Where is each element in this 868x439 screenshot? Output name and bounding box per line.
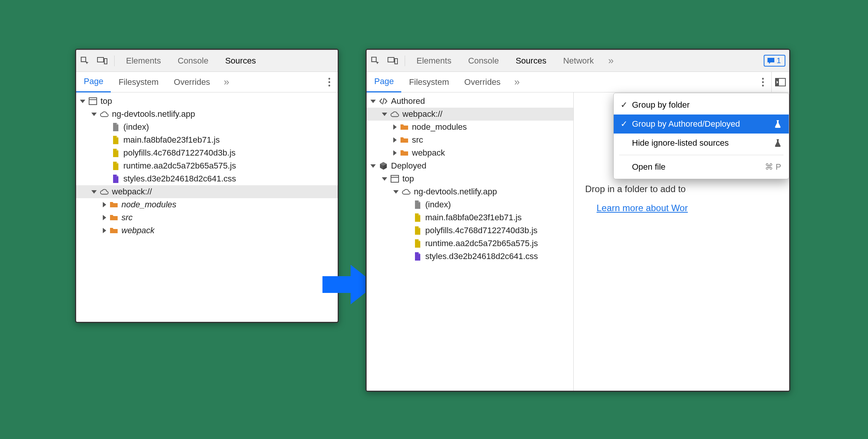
- folder-icon: [109, 213, 118, 222]
- devtools-panel-after: Elements Console Sources Network » 1 Pag…: [365, 49, 790, 392]
- tree-label: polyfills.4c768d7122740d3b.js: [123, 148, 236, 158]
- subtab-filesystem[interactable]: Filesystem: [111, 72, 166, 92]
- chevron-right-icon[interactable]: [393, 124, 397, 130]
- tree-row[interactable]: styles.d3e2b24618d2c641.css: [367, 250, 573, 263]
- tree-label: Authored: [391, 96, 425, 106]
- frame-icon: [390, 174, 399, 183]
- tab-network[interactable]: Network: [555, 50, 602, 72]
- subtab-overrides[interactable]: Overrides: [457, 72, 508, 92]
- tree-row[interactable]: runtime.aa2dc5a72b65a575.js: [367, 237, 573, 250]
- check-icon: ✓: [621, 119, 632, 129]
- more-tabs-icon[interactable]: »: [602, 52, 620, 70]
- chevron-down-icon[interactable]: [382, 177, 387, 181]
- tree-label: runtime.aa2dc5a72b65a575.js: [425, 239, 538, 248]
- tree-row[interactable]: Deployed: [367, 159, 573, 172]
- chevron-down-icon[interactable]: [382, 113, 387, 116]
- chevron-down-icon[interactable]: [370, 164, 376, 168]
- more-tabs-icon[interactable]: »: [508, 73, 526, 91]
- tree-row[interactable]: webpack://: [76, 185, 338, 198]
- tab-console[interactable]: Console: [169, 50, 217, 72]
- tree-row[interactable]: src: [76, 211, 338, 224]
- svg-rect-0: [97, 57, 104, 62]
- chevron-right-icon[interactable]: [393, 150, 397, 156]
- chevron-right-icon[interactable]: [103, 202, 106, 207]
- subtab-page[interactable]: Page: [367, 72, 401, 92]
- chevron-right-icon[interactable]: [103, 228, 106, 233]
- tree-label: node_modules: [412, 122, 467, 132]
- chevron-right-icon[interactable]: [393, 137, 397, 143]
- learn-more-link[interactable]: Learn more about Wor: [597, 203, 688, 213]
- tree-row[interactable]: src: [367, 134, 573, 146]
- kebab-menu-icon[interactable]: [321, 78, 338, 87]
- tree-row[interactable]: main.fa8bfa0e23f1eb71.js: [76, 134, 338, 146]
- issues-badge[interactable]: 1: [764, 55, 785, 67]
- code-icon: [379, 97, 388, 106]
- subtab-page[interactable]: Page: [76, 72, 111, 92]
- menu-open-file[interactable]: Open file ⌘ P: [614, 157, 789, 177]
- svg-rect-8: [395, 59, 397, 64]
- chevron-down-icon[interactable]: [91, 190, 97, 194]
- tree-label: styles.d3e2b24618d2c641.css: [123, 174, 236, 184]
- doc-js-icon: [111, 135, 120, 145]
- chevron-down-icon[interactable]: [91, 113, 97, 116]
- toolbar-separator: [405, 56, 405, 66]
- tab-sources[interactable]: Sources: [217, 50, 264, 72]
- tree-label: top: [402, 174, 414, 184]
- kebab-menu-icon[interactable]: [755, 78, 771, 87]
- tree-row[interactable]: polyfills.4c768d7122740d3b.js: [76, 146, 338, 159]
- tree-row[interactable]: (index): [367, 198, 573, 211]
- menu-hide-ignore-listed[interactable]: Hide ignore-listed sources: [614, 134, 789, 153]
- frame-icon: [88, 97, 97, 106]
- chevron-right-icon[interactable]: [103, 215, 106, 220]
- doc-js-icon: [413, 226, 422, 235]
- show-navigator-icon[interactable]: [772, 73, 789, 91]
- inspect-icon[interactable]: [76, 52, 94, 70]
- chevron-down-icon[interactable]: [393, 190, 399, 194]
- menu-item-label: Open file: [632, 162, 760, 172]
- tree-row[interactable]: polyfills.4c768d7122740d3b.js: [367, 224, 573, 237]
- issues-count: 1: [777, 56, 781, 65]
- tree-row[interactable]: node_modules: [76, 198, 338, 211]
- tree-row[interactable]: ng-devtools.netlify.app: [76, 108, 338, 121]
- tree-label: main.fa8bfa0e23f1eb71.js: [425, 213, 522, 223]
- editor-pane: ✓ Group by folder ✓ Group by Authored/De…: [574, 92, 789, 391]
- subtab-overrides[interactable]: Overrides: [166, 72, 218, 92]
- tab-elements[interactable]: Elements: [408, 50, 460, 72]
- tab-elements[interactable]: Elements: [118, 50, 169, 72]
- tree-label: (index): [425, 200, 451, 210]
- tree-row[interactable]: runtime.aa2dc5a72b65a575.js: [76, 159, 338, 172]
- file-tree[interactable]: topng-devtools.netlify.app(index)main.fa…: [76, 92, 338, 239]
- more-tabs-icon[interactable]: »: [218, 73, 235, 91]
- chevron-down-icon[interactable]: [370, 100, 376, 103]
- tree-row[interactable]: styles.d3e2b24618d2c641.css: [76, 172, 338, 185]
- tree-row[interactable]: Authored: [367, 95, 573, 108]
- tree-row[interactable]: webpack: [76, 224, 338, 237]
- menu-group-by-authored-deployed[interactable]: ✓ Group by Authored/Deployed: [614, 115, 789, 134]
- device-toggle-icon[interactable]: [94, 52, 111, 70]
- tree-row[interactable]: ng-devtools.netlify.app: [367, 185, 573, 198]
- tree-row[interactable]: main.fa8bfa0e23f1eb71.js: [367, 211, 573, 224]
- subtab-filesystem[interactable]: Filesystem: [401, 72, 456, 92]
- tree-row[interactable]: webpack: [367, 146, 573, 159]
- tree-label: top: [101, 96, 112, 106]
- experiment-flask-icon: [774, 139, 781, 147]
- cloud-icon: [402, 187, 411, 196]
- tab-sources[interactable]: Sources: [507, 50, 555, 72]
- tree-label: main.fa8bfa0e23f1eb71.js: [123, 135, 220, 145]
- svg-point-3: [329, 81, 330, 83]
- keyboard-shortcut: ⌘ P: [765, 162, 781, 172]
- device-toggle-icon[interactable]: [384, 52, 402, 70]
- inspect-icon[interactable]: [367, 52, 384, 70]
- svg-rect-5: [89, 98, 97, 105]
- tree-row[interactable]: webpack://: [367, 108, 573, 121]
- tree-row[interactable]: (index): [76, 121, 338, 134]
- tree-label: Deployed: [391, 161, 426, 171]
- tree-row[interactable]: top: [76, 95, 338, 108]
- tree-row[interactable]: node_modules: [367, 121, 573, 134]
- file-tree[interactable]: Authoredwebpack://node_modulessrcwebpack…: [367, 92, 574, 391]
- menu-group-by-folder[interactable]: ✓ Group by folder: [614, 95, 789, 115]
- tree-row[interactable]: top: [367, 172, 573, 185]
- tab-console[interactable]: Console: [460, 50, 507, 72]
- doc-js-icon: [111, 161, 120, 170]
- chevron-down-icon[interactable]: [80, 100, 85, 103]
